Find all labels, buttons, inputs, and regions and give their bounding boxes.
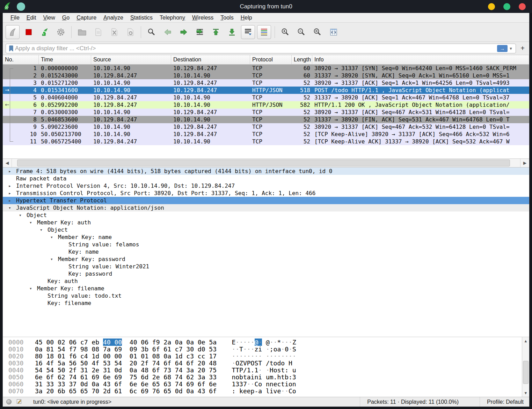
menu-file[interactable]: File [7,14,23,22]
detail-row[interactable]: ▸Transmission Control Protocol, Src Port… [3,189,529,197]
go-to-packet-button[interactable] [193,25,207,39]
hex-row-0070[interactable]: 0070 3a 20 6b 65 65 70 2d 61 6c 69 76 65… [8,388,522,395]
menu-view[interactable]: View [39,14,58,22]
add-filter-button[interactable]: + [519,44,526,52]
detail-row[interactable]: ▾JavaScript Object Notation: application… [3,204,529,211]
auto-scroll-button[interactable] [241,25,255,39]
expand-icon[interactable]: ▸ [8,197,11,204]
column-header-length[interactable]: Length [292,55,312,64]
menu-help[interactable]: Help [237,14,256,22]
detail-row[interactable]: Key: auth [3,277,529,285]
collapse-icon[interactable]: ▾ [50,255,53,263]
detail-row[interactable]: ▾Object [3,226,529,233]
collapse-icon[interactable]: ▾ [40,226,43,233]
hex-row-0000[interactable]: 0000 45 00 02 06 c7 eb 40 00 40 06 f9 2a… [8,339,522,346]
hex-row-0020[interactable]: 0020 80 18 01 f6 c4 1d 00 00 01 01 08 0a… [8,353,522,360]
detail-row[interactable]: String value: todo.txt [3,292,529,299]
close-button[interactable] [519,3,526,10]
detail-row[interactable]: ▾Member Key: auth [3,219,529,226]
collapse-icon[interactable]: ▾ [50,233,53,241]
horizontal-scroll-thumb[interactable] [17,159,510,166]
expand-icon[interactable]: ▸ [8,182,11,189]
packet-row-8[interactable]: 85.04685360010.129.84.24710.10.14.90TCP5… [3,116,529,123]
apply-filter-button[interactable]: → [497,45,508,52]
detail-row[interactable]: ▸Hypertext Transfer Protocol [3,197,529,204]
hex-row-0040[interactable]: 0040 54 54 50 2f 31 2e 31 0d 0a 48 6f 73… [8,367,522,374]
go-last-packet-button[interactable] [225,25,239,39]
hex-row-0060[interactable]: 0060 31 33 33 37 0d 0a 43 6f 6e 6e 65 63… [8,381,522,388]
packet-row-11[interactable]: 1150.06572540010.129.84.24710.10.14.90TC… [3,138,529,145]
bookmark-icon[interactable] [7,45,15,52]
detail-row[interactable]: String value: felamos [3,241,529,248]
detail-row[interactable]: Key: password [3,270,529,277]
packet-row-5[interactable]: 50.04060400010.129.84.24710.10.14.90TCP5… [3,94,529,101]
vertical-scroll-thumb[interactable] [523,361,529,384]
vertical-scroll-track[interactable] [522,345,529,389]
resize-columns-button[interactable] [327,25,341,39]
hex-row-0010[interactable]: 0010 0a 81 54 f7 98 08 7a 69 09 3b 6f 61… [8,346,522,353]
find-packet-button[interactable] [145,25,159,39]
packet-row-4[interactable]: 40.01534160010.10.14.9010.129.84.247HTTP… [3,87,529,94]
detail-row[interactable]: ▸Frame 4: 518 bytes on wire (4144 bits),… [3,168,529,175]
menu-telephony[interactable]: Telephony [156,14,189,22]
packet-row-3[interactable]: 30.01527120010.10.14.9010.129.84.247TCP5… [3,79,529,87]
minimize-button[interactable] [488,3,495,10]
menu-statistics[interactable]: Statistics [127,14,156,22]
column-header-time[interactable]: Time [39,55,91,64]
detail-row[interactable]: ▾Member Key: name [3,233,529,241]
collapse-icon[interactable]: ▾ [29,285,32,292]
zoom-out-button[interactable] [294,25,308,39]
menu-wireless[interactable]: Wireless [189,14,217,22]
detail-row[interactable]: ▸Internet Protocol Version 4, Src: 10.10… [3,182,529,189]
go-back-button[interactable] [161,25,175,39]
stop-capture-button[interactable] [22,25,36,39]
capture-options-button[interactable] [54,25,68,39]
packet-row-1[interactable]: 10.00000000010.10.14.9010.129.84.247TCP6… [3,65,529,72]
menu-edit[interactable]: Edit [23,14,40,22]
profile-text[interactable]: Profile: Default [480,397,529,407]
go-first-packet-button[interactable] [209,25,223,39]
detail-row[interactable]: ▾Member Key: password [3,255,529,263]
packet-row-9[interactable]: 95.09022360010.10.14.9010.129.84.247TCP5… [3,123,529,131]
scroll-up-arrow[interactable]: ▲ [522,337,529,345]
scroll-left-arrow[interactable]: ◀ [3,159,12,167]
menu-go[interactable]: Go [59,14,73,22]
hex-row-0030[interactable]: 0030 16 4f 5a 56 50 4f 53 54 20 2f 74 6f… [8,360,522,367]
detail-row[interactable]: ▾Object [3,211,529,219]
capture-comment-icon[interactable] [16,399,22,406]
expand-icon[interactable]: ▸ [8,168,11,175]
column-header-no[interactable]: No. [3,55,39,64]
menu-tools[interactable]: Tools [217,14,237,22]
column-header-source[interactable]: Source [91,55,171,64]
detail-row[interactable]: Key: name [3,248,529,255]
menu-analyze[interactable]: Analyze [100,14,127,22]
expand-icon[interactable]: ▸ [8,189,11,197]
packet-row-10[interactable]: 1050.05021370010.10.14.9010.129.84.247TC… [3,131,529,138]
horizontal-scroll-track[interactable] [12,159,520,167]
display-filter-input[interactable]: Apply a display filter ... <Ctrl-/> → ▼ [6,44,516,53]
filter-dropdown-caret[interactable]: ▼ [508,46,514,51]
column-header-destination[interactable]: Destination [171,55,250,64]
maximize-button[interactable] [503,3,510,10]
hex-row-0050[interactable]: 0050 6e 6f 62 74 61 69 6e 69 75 6d 2e 68… [8,374,522,381]
column-header-protocol[interactable]: Protocol [250,55,292,64]
save-file-button[interactable] [91,25,105,39]
open-file-button[interactable] [75,25,89,39]
packet-row-7[interactable]: 70.05300030010.10.14.9010.129.84.247TCP5… [3,109,529,116]
scroll-right-arrow[interactable]: ▶ [520,159,529,167]
collapse-icon[interactable]: ▾ [29,219,32,226]
menu-capture[interactable]: Capture [73,14,100,22]
detail-row[interactable]: String value: Winter2021 [3,263,529,270]
packet-row-2[interactable]: 20.01524300010.129.84.24710.10.14.90TCP6… [3,72,529,79]
close-file-button[interactable] [107,25,121,39]
go-forward-button[interactable] [177,25,191,39]
expert-info-icon[interactable] [6,399,12,404]
zoom-reset-button[interactable] [311,25,325,39]
scroll-down-arrow[interactable]: ▼ [522,389,529,397]
packet-row-6[interactable]: 60.05299220010.129.84.24710.10.14.90HTTP… [3,101,529,109]
restart-capture-button[interactable] [38,25,52,39]
collapse-icon[interactable]: ▾ [19,211,22,219]
detail-row[interactable]: ▾Member Key: filename [3,285,529,292]
collapse-icon[interactable]: ▾ [8,204,11,211]
colorize-button[interactable] [257,25,271,39]
